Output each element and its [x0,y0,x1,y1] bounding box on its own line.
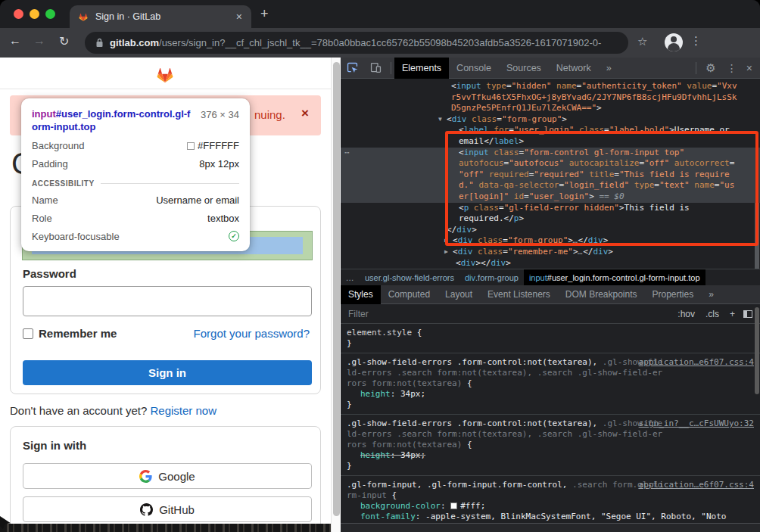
devtools-close-icon[interactable]: × [746,62,752,74]
password-field[interactable] [23,286,312,316]
register-row: Don't have an account yet? Register now [10,404,216,417]
traffic-light-zoom[interactable] [45,9,55,19]
styles-filter-row: Filter :hov .cls + [341,304,760,324]
tooltip-role-label: Role [32,213,52,224]
forgot-password-link[interactable]: Forgot your password? [194,327,310,340]
style-rule[interactable]: sign_in?__c…cFsUWUyo:32.gl-show-field-er… [341,415,760,476]
element-style-close: } [347,338,352,348]
class-toggle-button[interactable]: .cls [705,309,719,319]
avatar-head [671,36,677,42]
new-style-rule-button[interactable]: + [730,309,735,319]
dom-code-line[interactable]: <div></div> [341,258,760,269]
tab-properties[interactable]: Properties [645,285,702,304]
bookmark-star-icon[interactable]: ☆ [637,35,647,48]
rule-selector[interactable]: .gl-show-field-errors .form-control:not(… [347,357,665,389]
tab-event-listeners[interactable]: Event Listeners [480,285,558,304]
hover-state-button[interactable]: :hov [677,309,695,319]
forward-icon[interactable]: → [33,34,45,48]
new-tab-button[interactable]: + [260,7,269,20]
css-property[interactable]: height: 34px; [347,389,746,400]
toolbar-divider [696,62,696,74]
tab-dom-breakpoints[interactable]: DOM Breakpoints [558,285,645,304]
devtools-panel: Elements Console Sources Network » ⚙ ⋮ ×… [341,58,760,532]
tooltip-name-label: Name [32,194,58,206]
breadcrumb-item[interactable]: … [341,269,360,286]
breadcrumb-item[interactable]: user.gl-show-field-errors [360,269,459,286]
element-style-block[interactable]: element.style { } [341,324,760,353]
gitlab-signin-page: nuing. × G Password Remember me Forgot y… [0,58,331,532]
device-toolbar-icon[interactable] [369,61,382,74]
expand-arrow-right-icon[interactable]: ▶ [444,247,453,258]
devtools-tabs-overflow-icon[interactable]: » [599,58,619,79]
traffic-light-minimize[interactable] [30,9,39,19]
devtools-tab-sources[interactable]: Sources [499,58,549,79]
tab-layout[interactable]: Layout [438,285,480,304]
devtools-footer-strip [341,523,760,532]
tab-close-icon[interactable]: × [235,11,244,23]
traffic-light-close[interactable] [14,9,23,19]
dom-code-line[interactable]: ▼<div class="form-group"> [341,114,760,126]
google-icon [139,470,152,483]
tab-computed[interactable]: Computed [381,285,438,304]
stylesheet-source-link[interactable]: sign_in?__c…cFsUWUyo:32 [639,418,754,429]
register-now-link[interactable]: Register now [151,404,217,417]
alert-close-icon[interactable]: × [301,106,309,121]
tab-styles[interactable]: Styles [341,285,381,304]
css-property[interactable]: font-family: -apple-system, BlinkMacSyst… [347,512,746,523]
browser-tab[interactable]: Sign in · GitLab × [70,5,251,28]
dom-code-line[interactable]: r5vvTfku46tX5FhxOG+j8yBYvadG/2JY7NP6fB8s… [341,92,760,104]
tooltip-accessibility-header: ACCESSIBILITY [32,179,95,188]
back-icon[interactable]: ← [9,34,21,48]
profile-avatar[interactable] [665,33,683,51]
devtools-settings-icon[interactable]: ⚙ [705,61,715,75]
header-divider [0,89,331,89]
expand-arrow-down-icon[interactable]: ▼ [438,114,447,126]
dom-code-line[interactable]: ▶<div class="remember-me">…</div> [341,247,760,258]
dom-tree: <input type="hidden" name="authenticity_… [341,79,760,269]
google-signin-button[interactable]: Google [23,463,312,489]
style-rule[interactable]: application…e6f07.css:4.gl-show-field-er… [341,353,760,415]
breadcrumb-item[interactable]: div.form-group [459,269,524,286]
devtools-tab-console[interactable]: Console [449,58,499,79]
rule-selector[interactable]: .gl-show-field-errors .form-control:not(… [347,418,665,450]
styles-filter-input[interactable]: Filter [348,309,672,319]
color-swatch[interactable] [450,502,457,509]
devtools-tab-elements[interactable]: Elements [394,58,449,79]
page-scrollbar-thumb[interactable] [333,62,340,516]
stylesheet-source-link[interactable]: application…e6f07.css:4 [639,480,754,490]
rule-close-brace: } [347,400,754,410]
css-property[interactable]: background-color: #fff; [347,501,746,512]
url-path: /users/sign_in?__cf_chl_jschl_tk__=78b0a… [159,37,601,48]
element-style-selector[interactable]: element.style [347,328,412,338]
accessibility-divider [101,183,239,184]
dom-code-line[interactable]: D5gnzPe5PEnfrQ1JEu7lZekCWA=="> [341,103,760,114]
devtools-menu-icon[interactable]: ⋮ [727,62,737,74]
pane-layout-icon[interactable] [743,310,752,318]
gitlab-favicon-icon [77,11,89,23]
rule-selector[interactable]: .gl-form-input, .gl-form-input.form-cont… [347,480,665,501]
sign-in-button[interactable]: Sign in [23,360,312,385]
css-property[interactable]: height: 34px; [347,450,746,461]
dom-code-line[interactable]: <input type="hidden" name="authenticity_… [341,81,760,92]
rule-close-brace: } [347,461,754,471]
remember-me-checkbox[interactable] [23,328,33,339]
breadcrumb-item[interactable]: input#user_login.form-control.gl-form-in… [524,269,705,286]
style-rule[interactable]: application…e6f07.css:4.gl-form-input, .… [341,476,760,523]
tooltip-focusable-label: Keyboard-focusable [32,231,120,242]
check-circle-icon: ✓ [229,231,239,241]
reload-icon[interactable]: ↻ [59,34,69,48]
tooltip-background-label: Background [32,140,84,151]
inspect-element-icon[interactable] [346,61,359,74]
github-icon [140,503,153,516]
style-tabs-overflow-icon[interactable]: » [701,285,721,304]
page-scrollbar[interactable] [331,58,341,532]
gutter-more-icon[interactable]: ⋯ [344,148,350,159]
github-signin-button[interactable]: GitHub [23,496,312,522]
browser-menu-icon[interactable]: ⋮ [690,34,702,48]
register-prompt: Don't have an account yet? [10,404,151,417]
devtools-tab-network[interactable]: Network [549,58,599,79]
styles-scrollbar-thumb[interactable] [755,307,759,394]
lock-icon [95,38,104,48]
stylesheet-source-link[interactable]: application…e6f07.css:4 [639,357,754,368]
url-bar[interactable]: gitlab.com/users/sign_in?__cf_chl_jschl_… [85,32,628,54]
